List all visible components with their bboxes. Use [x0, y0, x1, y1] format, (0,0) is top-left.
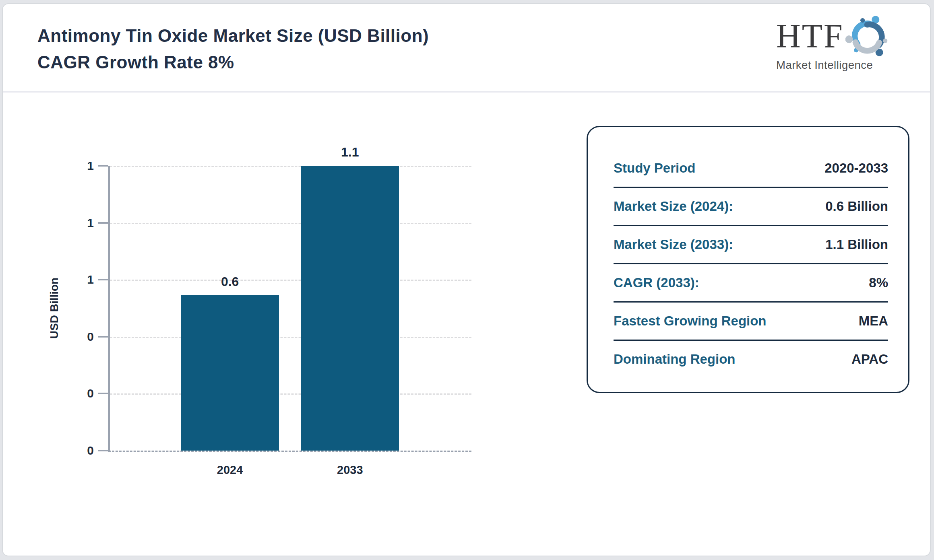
- y-axis-tick: [98, 450, 108, 451]
- summary-row-value: 1.1 Billion: [825, 237, 888, 252]
- summary-row-label: Dominating Region: [614, 352, 735, 367]
- summary-row-value: 2020-2033: [824, 161, 888, 176]
- market-summary-card: Study Period2020-2033Market Size (2024):…: [587, 126, 909, 393]
- htf-logo-row: HTF: [776, 14, 909, 59]
- summary-row: Market Size (2024):0.6 Billion: [614, 188, 888, 226]
- x-axis-label: 2024: [217, 463, 243, 477]
- y-axis-tick-label: 1: [66, 216, 94, 230]
- y-axis-tick-label: 0: [66, 330, 94, 344]
- summary-row: CAGR (2033):8%: [614, 264, 888, 303]
- htf-logo: HTF: [776, 14, 909, 72]
- summary-row-label: Fastest Growing Region: [614, 313, 767, 329]
- htf-logo-subtext: Market Intelligence: [776, 59, 909, 72]
- page-title: Antimony Tin Oxide Market Size (USD Bill…: [37, 23, 429, 76]
- y-axis-tick-label: 1: [66, 273, 94, 286]
- gridline: [110, 337, 471, 338]
- summary-row-label: CAGR (2033):: [614, 275, 699, 290]
- summary-row-value: MEA: [859, 313, 888, 329]
- page-title-line1: Antimony Tin Oxide Market Size (USD Bill…: [37, 23, 429, 49]
- y-axis-tick-label: 1: [66, 159, 94, 173]
- summary-row: Dominating RegionAPAC: [614, 341, 888, 378]
- y-axis-tick-label: 0: [66, 444, 94, 457]
- y-axis-tick: [98, 393, 108, 394]
- summary-row-label: Study Period: [614, 161, 696, 176]
- gridline: [110, 166, 471, 167]
- gridline: [110, 223, 471, 224]
- bar-2024: 0.6: [181, 295, 279, 451]
- header: Antimony Tin Oxide Market Size (USD Bill…: [3, 4, 930, 93]
- y-axis-tick: [98, 279, 108, 280]
- bar-chart-plot-area: USD Billion 0001110.620241.12033: [108, 166, 471, 452]
- y-axis-tick: [98, 336, 108, 338]
- summary-row: Study Period2020-2033: [614, 150, 888, 188]
- summary-row-label: Market Size (2024):: [614, 199, 733, 214]
- gridline: [110, 393, 471, 395]
- summary-row-value: APAC: [851, 352, 888, 367]
- x-axis-label: 2033: [337, 463, 363, 477]
- summary-row: Market Size (2033):1.1 Billion: [614, 226, 888, 264]
- bar-value-label: 1.1: [301, 145, 399, 160]
- bar-value-label: 0.6: [181, 274, 279, 289]
- summary-row-label: Market Size (2033):: [614, 237, 733, 252]
- page-title-line2: CAGR Growth Rate 8%: [37, 49, 429, 76]
- htf-logo-text: HTF: [776, 19, 844, 53]
- summary-row-value: 0.6 Billion: [825, 199, 888, 214]
- bar-2033: 1.1: [301, 166, 399, 451]
- y-axis-tick: [98, 222, 108, 224]
- y-axis-tick: [98, 165, 108, 167]
- gridline: [110, 280, 471, 281]
- summary-row-value: 8%: [869, 275, 888, 290]
- report-page: Antimony Tin Oxide Market Size (USD Bill…: [2, 3, 931, 556]
- htf-swirl-icon: [845, 14, 891, 59]
- summary-row: Fastest Growing RegionMEA: [614, 303, 888, 341]
- y-axis-tick-label: 0: [66, 387, 94, 400]
- y-axis-title: USD Billion: [48, 278, 61, 339]
